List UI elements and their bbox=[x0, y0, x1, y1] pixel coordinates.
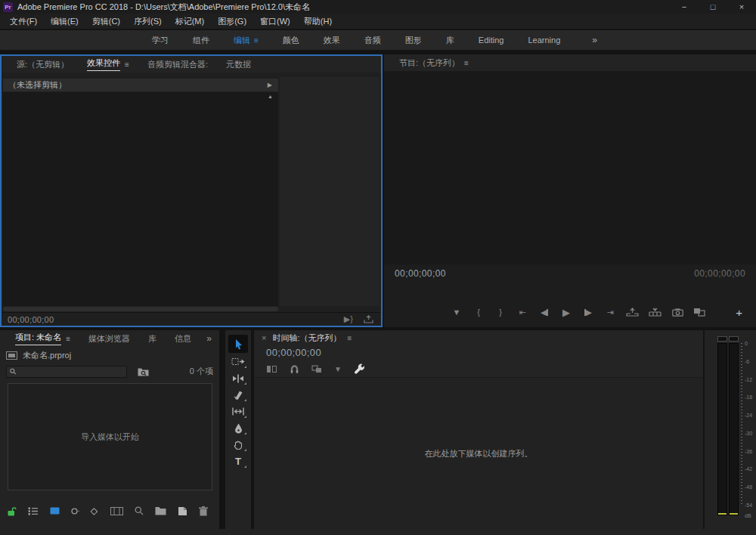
step-back-icon[interactable]: ◀ bbox=[538, 308, 550, 317]
new-bin-folder-icon[interactable] bbox=[155, 506, 166, 515]
meter-scale-label: -6 bbox=[745, 359, 752, 364]
meter-scale: 0 -6 -12 -18 -24 -30 -36 -42 -48 -54 bbox=[745, 341, 752, 508]
bottom-status-strip bbox=[0, 529, 756, 535]
comparison-view-icon[interactable] bbox=[693, 308, 705, 317]
horizontal-scrollbar[interactable] bbox=[3, 307, 278, 311]
workspace-tab-color[interactable]: 颜色 bbox=[271, 35, 311, 46]
no-clip-selected-header[interactable]: （未选择剪辑） ▶ bbox=[3, 79, 278, 91]
timeline-timecode[interactable]: 00;00;00;00 bbox=[266, 347, 321, 358]
menu-window[interactable]: 窗口(W) bbox=[253, 16, 297, 27]
clear-trash-icon[interactable] bbox=[199, 506, 208, 516]
tab-audio-clip-mixer[interactable]: 音频剪辑混合器: bbox=[138, 59, 217, 70]
project-panel-menu-icon[interactable]: ≡ bbox=[66, 335, 70, 343]
workspace-tab-learn[interactable]: 学习 bbox=[140, 35, 181, 46]
automate-to-sequence-icon[interactable] bbox=[110, 507, 123, 515]
workspace-tab-editing-en[interactable]: Editing bbox=[466, 36, 516, 45]
folder-search-button[interactable] bbox=[138, 367, 149, 376]
close-button[interactable]: × bbox=[727, 2, 756, 11]
workspace-tab-effects[interactable]: 效果 bbox=[311, 35, 352, 46]
timeline-add-marker-icon[interactable]: ▼ bbox=[334, 365, 342, 373]
go-to-in-icon[interactable]: ⇤ bbox=[516, 308, 528, 317]
workspace-menu-icon[interactable]: ≡ bbox=[254, 36, 259, 45]
title-bar: Pr Adobe Premiere Pro CC 2018 - D:\Users… bbox=[0, 0, 756, 14]
add-marker-icon[interactable]: ▼ bbox=[451, 308, 463, 317]
find-icon[interactable] bbox=[135, 506, 144, 515]
mark-in-icon[interactable]: { bbox=[472, 308, 485, 317]
workspace-tab-learning-en[interactable]: Learning bbox=[516, 36, 572, 45]
button-editor-add-icon[interactable]: + bbox=[736, 306, 742, 319]
search-input[interactable] bbox=[19, 367, 123, 376]
workspace-tab-audio[interactable]: 音频 bbox=[352, 35, 393, 46]
program-panel-menu-icon[interactable]: ≡ bbox=[464, 59, 469, 67]
program-current-timecode[interactable]: 00;00;00;00 bbox=[395, 268, 446, 279]
timeline-settings-wrench-icon[interactable] bbox=[354, 363, 365, 375]
hand-tool[interactable] bbox=[228, 437, 248, 453]
expand-chevron-icon[interactable]: ▶ bbox=[268, 79, 272, 91]
project-tab-overflow-button[interactable]: » bbox=[206, 333, 212, 344]
workspace-tab-assembly[interactable]: 组件 bbox=[181, 35, 222, 46]
selection-tool[interactable] bbox=[228, 335, 248, 353]
tab-metadata[interactable]: 元数据 bbox=[217, 59, 260, 70]
play-button-icon[interactable]: ▶ bbox=[560, 307, 572, 318]
insert-overwrite-nest-icon[interactable] bbox=[266, 365, 277, 373]
tab-effect-controls[interactable]: 效果控件 ≡ bbox=[78, 57, 138, 71]
tab-media-browser[interactable]: 媒体浏览器 bbox=[79, 333, 139, 345]
project-writable-lock-icon[interactable] bbox=[8, 506, 17, 516]
tab-program-monitor[interactable]: 节目:（无序列） ≡ bbox=[390, 57, 478, 69]
timeline-tab-label[interactable]: 时间轴:（无序列） bbox=[272, 332, 341, 344]
pen-tool[interactable] bbox=[228, 420, 248, 436]
sort-icon[interactable]: ◇ bbox=[91, 506, 98, 516]
effect-controls-timecode[interactable]: 00;00;00;00 bbox=[8, 315, 54, 324]
program-video-area[interactable] bbox=[384, 71, 756, 264]
scroll-up-arrow-icon[interactable]: ▲ bbox=[268, 94, 273, 99]
tab-source-monitor[interactable]: 源:（无剪辑） bbox=[8, 59, 78, 70]
ripple-edit-tool[interactable] bbox=[228, 370, 248, 386]
timeline-panel-menu-icon[interactable]: ≡ bbox=[348, 334, 352, 342]
tab-project[interactable]: 项目: 未命名 ≡ bbox=[6, 332, 79, 345]
export-frame-camera-icon[interactable] bbox=[671, 308, 683, 317]
mark-out-icon[interactable]: } bbox=[494, 308, 507, 317]
import-media-label: 导入媒体以开始 bbox=[81, 431, 139, 443]
menu-edit[interactable]: 编辑(E) bbox=[44, 16, 85, 27]
panel-menu-icon[interactable]: ≡ bbox=[125, 60, 129, 69]
slip-tool[interactable] bbox=[228, 404, 248, 419]
lift-icon[interactable] bbox=[626, 308, 639, 317]
timeline-drop-area[interactable]: 在此处放下媒体以创建序列。 bbox=[254, 377, 703, 529]
tab-libraries[interactable]: 库 bbox=[139, 333, 166, 345]
meter-bar-right bbox=[729, 343, 739, 515]
menu-markers[interactable]: 标记(M) bbox=[169, 16, 212, 27]
tab-info[interactable]: 信息 bbox=[166, 333, 200, 345]
linked-selection-icon[interactable] bbox=[311, 365, 322, 373]
menu-graphics[interactable]: 图形(G) bbox=[211, 16, 253, 27]
extract-icon[interactable] bbox=[649, 308, 662, 317]
razor-tool[interactable] bbox=[228, 387, 248, 403]
icon-view-icon[interactable] bbox=[50, 507, 60, 515]
play-in-to-out-icon[interactable]: ▶} bbox=[344, 314, 353, 324]
minimize-button[interactable]: − bbox=[670, 2, 699, 11]
type-tool[interactable]: T bbox=[228, 453, 248, 469]
export-frame-tray-icon[interactable] bbox=[364, 315, 373, 323]
workspace-tab-editing[interactable]: 编辑 ≡ bbox=[222, 35, 271, 46]
menu-sequence[interactable]: 序列(S) bbox=[127, 16, 169, 27]
track-select-forward-tool[interactable] bbox=[228, 354, 248, 370]
menu-file[interactable]: 文件(F) bbox=[3, 16, 44, 27]
new-item-icon[interactable] bbox=[178, 506, 187, 516]
workspace-tab-libraries[interactable]: 库 bbox=[434, 35, 466, 46]
zoom-slider-track[interactable] bbox=[78, 511, 79, 512]
program-timecode-row: 00;00;00;00 00;00;00;00 bbox=[384, 268, 756, 279]
timeline-close-icon[interactable]: × bbox=[262, 333, 266, 342]
list-view-icon[interactable] bbox=[28, 507, 39, 515]
audio-meters-panel[interactable]: 0 -6 -12 -18 -24 -30 -36 -42 -48 -54 dB bbox=[705, 330, 756, 529]
menu-clip[interactable]: 剪辑(C) bbox=[85, 16, 127, 27]
snap-magnet-icon[interactable] bbox=[290, 365, 299, 374]
import-media-dropzone[interactable]: 导入媒体以开始 bbox=[8, 383, 212, 490]
maximize-button[interactable]: □ bbox=[699, 2, 727, 11]
zoom-slider-handle[interactable] bbox=[71, 508, 78, 515]
search-box[interactable] bbox=[6, 366, 127, 378]
project-file-row[interactable]: 未命名.prproj bbox=[6, 350, 71, 361]
workspace-tab-graphics[interactable]: 图形 bbox=[393, 35, 434, 46]
menu-help[interactable]: 帮助(H) bbox=[297, 16, 339, 27]
go-to-out-icon[interactable]: ⇥ bbox=[604, 308, 616, 317]
step-forward-icon[interactable]: ▶ bbox=[582, 308, 594, 317]
workspace-overflow-button[interactable]: » bbox=[592, 35, 598, 45]
